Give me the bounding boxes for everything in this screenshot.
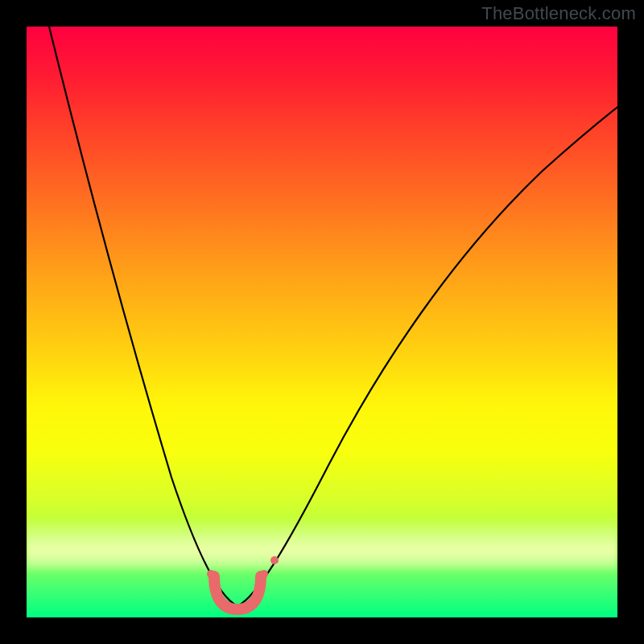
plot-area <box>27 27 617 617</box>
curve-path <box>49 27 617 606</box>
bottleneck-curve <box>27 27 617 617</box>
minimum-u-marker <box>214 576 261 609</box>
marker-dot-right-2 <box>270 556 279 564</box>
chart-frame: TheBottleneck.com <box>0 0 644 644</box>
marker-dot-left <box>207 570 215 578</box>
watermark-text: TheBottleneck.com <box>481 3 636 24</box>
marker-dot-right-1 <box>260 570 268 578</box>
